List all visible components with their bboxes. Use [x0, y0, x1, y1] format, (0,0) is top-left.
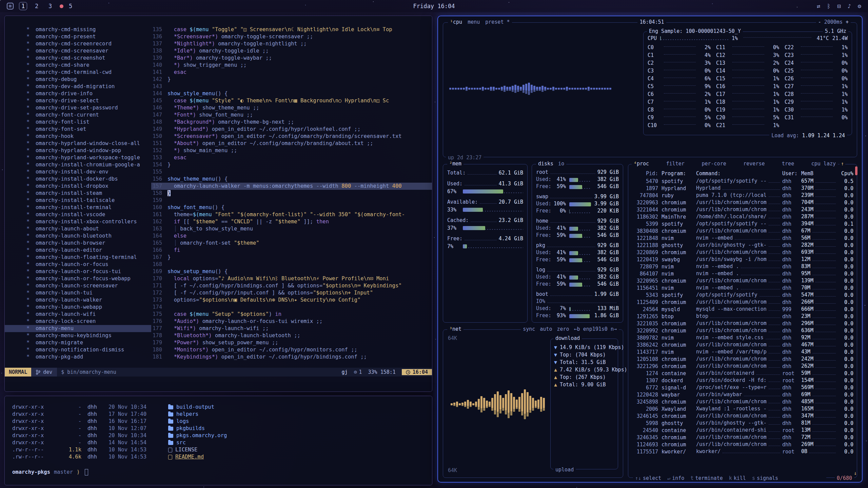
- process-action-button[interactable]: tterminate: [690, 475, 723, 481]
- process-row[interactable]: 1186302 MainThre /home/dhh/.local/share/…: [632, 213, 853, 220]
- file-tree-item[interactable]: * omarchy-migrate: [5, 339, 151, 346]
- process-row[interactable]: 1221848 nvim nvim --embed dhh 56M 0.0: [632, 235, 853, 242]
- process-table-header[interactable]: Pid: Program: Command: User: MemB Cpu%: [632, 170, 853, 177]
- process-row[interactable]: 1274 containe /usr/bin/containerd root 5…: [632, 370, 853, 377]
- file-tree-item[interactable]: * omarchy-launch-or-focus-tui: [5, 268, 151, 275]
- process-row[interactable]: 1124693 chromium /usr/lib/chromium/chrom…: [632, 441, 853, 448]
- file-tree-item[interactable]: * omarchy-install-docker-dbs: [5, 176, 151, 183]
- entry-name[interactable]: helpers: [176, 411, 198, 418]
- file-tree-item[interactable]: * omarchy-cmd-screenrecord: [5, 40, 151, 47]
- file-tree-item[interactable]: * omarchy-launch-webapp: [5, 304, 151, 311]
- file-tree-item[interactable]: * omarchy-cmd-terminal-cwd: [5, 69, 151, 76]
- file-tree-item[interactable]: * omarchy-install-dev-env: [5, 168, 151, 176]
- file-tree-item[interactable]: * omarchy-launch-bluetooth: [5, 232, 151, 240]
- file-tree-item[interactable]: * omarchy-font-current: [5, 111, 151, 119]
- process-action-button[interactable]: ↵info: [667, 475, 684, 481]
- file-tree-item[interactable]: * omarchy-dev-add-migration: [5, 83, 151, 90]
- process-row[interactable]: 3220869 chromium /usr/lib/chromium/chrom…: [632, 249, 853, 256]
- file-tree-item[interactable]: * omarchy-launch-walker: [5, 297, 151, 304]
- file-tree-item[interactable]: * omarchy-install-xbox-controllers: [5, 218, 151, 225]
- file-tree-item[interactable]: * omarchy-font-set: [5, 126, 151, 133]
- process-row[interactable]: 3245898 chromium /usr/lib/chromium/chrom…: [632, 398, 853, 405]
- file-tree-item[interactable]: * omarchy-cmd-present: [5, 33, 151, 40]
- file-tree-item[interactable]: * omarchy-launch-wifi: [5, 311, 151, 318]
- process-row[interactable]: 1156451 nvim nvim --embed . dhh 70M 0.0: [632, 284, 853, 291]
- file-tree-item[interactable]: * omarchy-launch-floating-terminal: [5, 254, 151, 261]
- proc-filter-button[interactable]: filter: [666, 161, 685, 167]
- net-interface-switch[interactable]: ←b enp191s0 n→: [574, 326, 617, 332]
- process-row[interactable]: 1175517 kworker/ kworker/ root 0B 0.0: [632, 448, 853, 455]
- process-row[interactable]: 1221188 ghostty /usr/bin/ghostty --gtk- …: [632, 242, 853, 249]
- net-sync-button[interactable]: sync: [523, 326, 535, 332]
- workspace-1[interactable]: 1: [19, 2, 27, 10]
- record-indicator-icon[interactable]: [60, 4, 63, 8]
- process-row[interactable]: 1125409 chromium /usr/lib/chromium/chrom…: [632, 299, 853, 306]
- file-tree-item[interactable]: * omarchy-launch-browser: [5, 240, 151, 247]
- refresh-interval-control[interactable]: - 2000ms +: [816, 19, 851, 25]
- process-row[interactable]: 1220419 swaybg /usr/bin/swaybg -i /hom d…: [632, 256, 853, 263]
- process-row[interactable]: 5399 spotify /opt/spotify/spotify -- dhh…: [632, 220, 853, 227]
- file-tree-item[interactable]: * omarchy-install-dropbox: [5, 183, 151, 190]
- interval-minus-button[interactable]: -: [818, 19, 821, 25]
- file-tree-item[interactable]: * omarchy-launch-about: [5, 225, 151, 232]
- process-row[interactable]: 3386242 chromium /usr/lib/chromium/chrom…: [632, 341, 853, 348]
- process-row[interactable]: 5998 ghostty /usr/bin/ghostty --gtk- dhh…: [632, 420, 853, 427]
- file-tree-item[interactable]: * omarchy-drive-set-password: [5, 104, 151, 111]
- code-buffer[interactable]: 135 case $(menu "Toggle" "◫ Screensaver\…: [151, 26, 432, 368]
- process-row[interactable]: 3809782 nvim nvim --embed style.css dhh …: [632, 334, 853, 341]
- entry-name[interactable]: pkgs.omarchy.org: [176, 432, 227, 439]
- file-tree-item[interactable]: * omarchy-install-vscode: [5, 211, 151, 218]
- process-row[interactable]: 1897 Hyprland Hyprland dhh 370M 0.0: [632, 185, 853, 192]
- menu-button[interactable]: menu: [468, 19, 480, 25]
- process-action-button[interactable]: kkill: [729, 475, 746, 481]
- file-tree-item[interactable]: * omarchy-launch-tui: [5, 289, 151, 297]
- process-row[interactable]: 3220965 chromium /usr/lib/chromium/chrom…: [632, 277, 853, 284]
- file-tree-item[interactable]: * omarchy-lock-screen: [5, 318, 151, 325]
- entry-name[interactable]: LICENSE: [175, 446, 197, 453]
- file-tree-item[interactable]: * omarchy-cmd-screensaver: [5, 47, 151, 55]
- process-row[interactable]: 1291265 btop btop dhh 23M 0.0: [632, 313, 853, 320]
- file-tree-item[interactable]: * omarchy-hyprland-workspace-toggle: [5, 154, 151, 161]
- file-tree-item[interactable]: * omarchy-debug: [5, 76, 151, 83]
- net-auto-button[interactable]: auto: [540, 326, 552, 332]
- process-row[interactable]: 3220963 chromium /usr/lib/chromium/chrom…: [632, 199, 853, 206]
- workspace-3[interactable]: 3: [46, 2, 54, 10]
- process-row[interactable]: 2006 Xwayland Xwayland :1 -rootless - dh…: [632, 405, 853, 412]
- process-row[interactable]: 3830408 chromium /usr/lib/chromium/chrom…: [632, 227, 853, 235]
- file-tree-item[interactable]: * omarchy-menu: [5, 325, 151, 332]
- shell-prompt[interactable]: omarchy-pkgs master ): [12, 469, 425, 476]
- process-row[interactable]: 1143717 nvim nvim --embed /var/tmp/p dhh…: [632, 348, 853, 355]
- file-tree-item[interactable]: * omarchy-launch-or-focus: [5, 261, 151, 268]
- scroll-up-icon[interactable]: ↑: [840, 161, 845, 167]
- process-row[interactable]: 3221044 chromium /usr/lib/chromium/chrom…: [632, 206, 853, 213]
- entry-name[interactable]: README.md: [175, 453, 204, 461]
- file-tree-item[interactable]: * omarchy-cmd-missing: [5, 26, 151, 33]
- tab-disks[interactable]: disks: [538, 161, 553, 167]
- process-row[interactable]: 3220992 chromium /usr/lib/chromium/chrom…: [632, 327, 853, 334]
- bluetooth-icon[interactable]: ᛒ: [827, 3, 830, 9]
- process-action-button[interactable]: ssignals: [752, 475, 778, 481]
- file-tree-item[interactable]: * omarchy-install-chromium-google-a: [5, 161, 151, 168]
- file-tree-item[interactable]: * omarchy-drive-select: [5, 97, 151, 104]
- tab-io[interactable]: io: [558, 161, 564, 167]
- process-row[interactable]: 3246145 chromium /usr/lib/chromium/chrom…: [632, 412, 853, 420]
- process-row[interactable]: 747804 ruby puma 7.1.0 (tcp://local dhh …: [632, 192, 853, 199]
- file-tree-item[interactable]: * omarchy-install-tailscale: [5, 197, 151, 204]
- process-row[interactable]: 5470 spotify /opt/spotify/spotify -- dhh…: [632, 178, 853, 185]
- process-row[interactable]: 6772 signal-d /proc/self/exe --type=r dh…: [632, 384, 853, 391]
- file-tree-item[interactable]: * omarchy-launch-screensaver: [5, 282, 151, 289]
- process-action-button[interactable]: ↑↓select: [635, 475, 661, 481]
- process-row[interactable]: 1205108 chromium /usr/lib/chromium/chrom…: [632, 355, 853, 363]
- file-tree-item[interactable]: * omarchy-install-steam: [5, 190, 151, 197]
- proc-percore-button[interactable]: per-core: [702, 161, 726, 167]
- network-arrows-icon[interactable]: ⇄: [817, 3, 820, 9]
- scrollbar-thumb[interactable]: [855, 166, 857, 175]
- interval-plus-button[interactable]: +: [846, 19, 849, 25]
- entry-name[interactable]: build-output: [176, 404, 214, 411]
- proc-tree-button[interactable]: tree: [782, 161, 794, 167]
- net-zero-button[interactable]: zero: [557, 326, 569, 332]
- file-tree-item[interactable]: * omarchy-launch-or-focus-webapp: [5, 275, 151, 282]
- proc-reverse-button[interactable]: reverse: [743, 161, 765, 167]
- launcher-icon[interactable]: [7, 3, 14, 9]
- tab-net[interactable]: ³net: [447, 326, 463, 332]
